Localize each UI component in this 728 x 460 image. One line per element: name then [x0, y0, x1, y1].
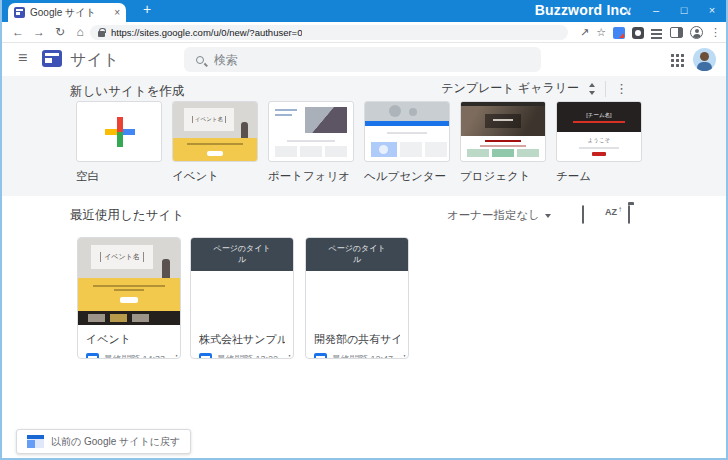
template-label: ポートフォリオ [268, 169, 354, 184]
titlebar: Google サイト × + Buzzword Inc. ∨ – □ × [0, 0, 728, 22]
owner-filter-label: オーナー指定なし [447, 208, 540, 223]
tab-title: Google サイト [30, 6, 109, 20]
home-button[interactable]: ⌂ [70, 22, 90, 42]
template-card-project[interactable]: プロジェクト [460, 101, 546, 184]
site-title: 開発部の共有サイト [314, 332, 400, 347]
template-label: プロジェクト [460, 169, 546, 184]
blank-thumbnail [76, 101, 162, 162]
window-controls: ∨ – □ × [614, 0, 726, 22]
template-section: 新しいサイトを作成 テンプレート ギャラリー ⋮ 空白 イベント名 [2, 76, 726, 196]
template-section-title: 新しいサイトを作成 [70, 83, 184, 100]
sites-logo-icon[interactable] [42, 50, 62, 67]
template-card-portfolio[interactable]: ポートフォリオ [268, 101, 354, 184]
sites-mini-icon [199, 353, 212, 359]
list-view-button[interactable] [582, 206, 584, 224]
template-label: ヘルプセンター [364, 169, 450, 184]
browser-tab[interactable]: Google サイト × [8, 3, 126, 22]
url-text: https://sites.google.com/u/0/new/?authus… [111, 27, 302, 38]
search-box[interactable] [184, 47, 541, 72]
browser-profile-icon[interactable] [690, 26, 703, 39]
window-menu-icon[interactable]: ∨ [614, 0, 642, 22]
list-view-icon [582, 205, 584, 224]
portfolio-thumbnail [268, 101, 354, 162]
helpcenter-thumbnail [364, 101, 450, 162]
project-thumbnail [460, 101, 546, 162]
tab-close-icon[interactable]: × [114, 7, 120, 18]
toolbar-actions: ↗ ☆ ⋮ [580, 24, 721, 41]
account-avatar[interactable] [693, 48, 716, 71]
template-actions: テンプレート ギャラリー ⋮ [441, 80, 628, 97]
browser-menu-icon[interactable]: ⋮ [710, 27, 721, 38]
folder-button[interactable] [628, 206, 630, 224]
app-title: サイト [70, 50, 119, 71]
event-site-thumb-title: イベント名 [100, 252, 144, 262]
extension-icon[interactable] [632, 27, 644, 39]
sites-mini-icon [314, 353, 327, 359]
template-card-event[interactable]: イベント名 イベント [172, 101, 258, 184]
classic-sites-button[interactable]: 以前の Google サイトに戻す [16, 429, 191, 454]
folder-icon [628, 205, 630, 224]
sort-az-button[interactable]: AZ↑ [605, 207, 622, 217]
team-thumb-subtitle: ようこそ [557, 137, 641, 144]
site-card-sample-company[interactable]: ページのタイトル 株式会社サンプル企画 最終閲覧 13:22 ⋮ [190, 237, 294, 359]
site-card-dev-shared[interactable]: ページのタイトル 開発部の共有サイト 最終閲覧 12:47 ⋮ [305, 237, 409, 359]
browser-window: Google サイト × + Buzzword Inc. ∨ – □ × ← →… [0, 0, 728, 460]
card-menu-icon[interactable]: ⋮ [283, 354, 294, 359]
recent-section-title: 最近使用したサイト [70, 207, 184, 224]
sort-az-icon: AZ [605, 207, 617, 217]
forward-button[interactable]: → [29, 22, 49, 42]
sites-header: ≡ サイト [2, 44, 726, 76]
back-button[interactable]: ← [8, 22, 28, 42]
notes-extension-icon[interactable] [651, 27, 663, 39]
template-label: 空白 [76, 169, 162, 184]
last-viewed: 最終閲覧 12:47 [332, 353, 393, 359]
share-icon[interactable]: ↗ [580, 27, 589, 38]
lock-icon [98, 31, 105, 37]
divider [605, 81, 606, 97]
project-photo [461, 102, 545, 136]
person-figure [241, 122, 248, 138]
portfolio-photo [305, 107, 347, 133]
address-bar[interactable]: https://sites.google.com/u/0/new/?authus… [90, 25, 568, 40]
last-viewed: 最終閲覧 14:33 [104, 353, 165, 359]
page-thumb-title: ページのタイトル [211, 244, 273, 265]
classic-sites-label: 以前の Google サイトに戻す [51, 435, 180, 449]
team-thumbnail: [チーム名] ようこそ [556, 101, 642, 162]
search-icon [196, 56, 204, 64]
template-card-helpcenter[interactable]: ヘルプセンター [364, 101, 450, 184]
site-card-event[interactable]: イベント名 イベント 最終閲覧 14:33 ⋮ [77, 237, 181, 359]
team-thumb-title: [チーム名] [586, 112, 611, 119]
site-thumbnail: ページのタイトル [191, 238, 293, 325]
template-more-menu-icon[interactable]: ⋮ [615, 82, 628, 95]
sites-mini-icon [86, 353, 99, 359]
screenshot-extension-icon[interactable] [613, 27, 625, 39]
helpcenter-photo [365, 102, 449, 121]
template-card-team[interactable]: [チーム名] ようこそ チーム [556, 101, 642, 184]
event-thumb-title: イベント名 [192, 116, 226, 123]
card-menu-icon[interactable]: ⋮ [170, 354, 181, 359]
close-button[interactable]: × [698, 0, 726, 22]
browser-toolbar: ← → ↻ ⌂ https://sites.google.com/u/0/new… [2, 22, 726, 43]
template-card-blank[interactable]: 空白 [76, 101, 162, 184]
side-panel-icon[interactable] [670, 27, 683, 38]
maximize-button[interactable]: □ [670, 0, 698, 22]
unfold-icon[interactable] [588, 83, 596, 95]
template-gallery-button[interactable]: テンプレート ギャラリー [441, 80, 579, 97]
minimize-button[interactable]: – [642, 0, 670, 22]
bookmark-star-icon[interactable]: ☆ [596, 27, 606, 38]
site-thumbnail: イベント名 [78, 238, 180, 325]
card-menu-icon[interactable]: ⋮ [398, 354, 409, 359]
new-tab-button[interactable]: + [138, 1, 156, 17]
classic-sites-icon [27, 435, 44, 448]
owner-filter-dropdown[interactable]: オーナー指定なし [447, 208, 551, 223]
template-label: チーム [556, 169, 642, 184]
template-label: イベント [172, 169, 258, 184]
google-apps-grid-icon[interactable] [670, 53, 684, 67]
main-menu-icon[interactable]: ≡ [18, 49, 27, 67]
site-title: 株式会社サンプル企画 [199, 332, 285, 347]
last-viewed: 最終閲覧 13:22 [217, 353, 278, 359]
reload-button[interactable]: ↻ [50, 22, 70, 42]
sites-favicon-icon [14, 7, 25, 18]
site-title: イベント [86, 332, 172, 347]
search-input[interactable] [214, 53, 529, 67]
